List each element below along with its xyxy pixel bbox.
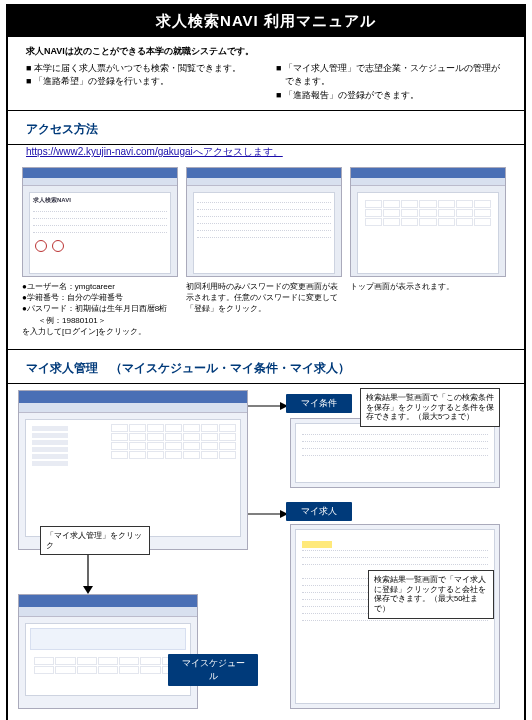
- intro-col-right: ■ 「マイ求人管理」で志望企業・スケジュールの管理ができます。 ■ 「進路報告」…: [276, 62, 506, 103]
- tag-myschedule: マイスケジュール: [168, 654, 258, 686]
- cert-badge-icon: [52, 240, 64, 252]
- cert-badge-icon: [35, 240, 47, 252]
- access-url-link[interactable]: https://www2.kyujin-navi.com/gakugaiへアクセ…: [26, 146, 283, 157]
- caption-password: 初回利用時のみパスワードの変更画面が表示されます。任意のパスワードに変更して「登…: [186, 281, 342, 337]
- screenshot-schedule: [18, 594, 198, 709]
- intro-lead: 求人NAVIは次のことができる本学の就職システムです。: [26, 45, 506, 59]
- caption-login: ●ユーザー名：ymgtcareer ●学籍番号：自分の学籍番号 ●パスワード：初…: [22, 281, 178, 337]
- screenshot-password-change: [186, 167, 342, 277]
- note-save-conditions: 検索結果一覧画面で「この検索条件を保存」をクリックすると条件を保存できます。（最…: [360, 388, 500, 427]
- note-save-company: 検索結果一覧画面で「マイ求人に登録」クリックすると会社を保存できます。（最大50…: [368, 570, 494, 619]
- access-url-line: https://www2.kyujin-navi.com/gakugaiへアクセ…: [8, 145, 524, 167]
- intro-bullet: ■ 「マイ求人管理」で志望企業・スケジュールの管理ができます。: [276, 62, 506, 89]
- manual-page: 求人検索NAVI 利用マニュアル 求人NAVIは次のことができる本学の就職システ…: [6, 4, 526, 720]
- screenshot-myjoken: [290, 418, 500, 488]
- intro-col-left: ■ 本学に届く求人票がいつでも検索・閲覧できます。 ■ 「進路希望」の登録を行い…: [26, 62, 256, 103]
- caption-top: トップ画面が表示されます。: [350, 281, 506, 337]
- intro-bullet: ■ 「進路希望」の登録を行います。: [26, 75, 256, 89]
- intro-bullet: ■ 本学に届く求人票がいつでも検索・閲覧できます。: [26, 62, 256, 76]
- intro-block: 求人NAVIは次のことができる本学の就職システムです。 ■ 本学に届く求人票がい…: [8, 37, 524, 110]
- page-title: 求人検索NAVI 利用マニュアル: [8, 6, 524, 37]
- section-heading-access: アクセス方法: [8, 111, 524, 144]
- tag-myjoken: マイ条件: [286, 394, 352, 413]
- access-captions-row: ●ユーザー名：ymgtcareer ●学籍番号：自分の学籍番号 ●パスワード：初…: [8, 277, 524, 349]
- access-screenshots-row: 求人検索NAVI: [8, 167, 524, 277]
- manage-diagram: 「マイ求人管理」をクリック マイスケジュール マイ条件 検索結果一覧画面で「この…: [8, 384, 524, 720]
- tag-mykyujin: マイ求人: [286, 502, 352, 521]
- callout-main: 「マイ求人管理」をクリック: [40, 526, 150, 556]
- arrow-main-to-myjoken: [248, 400, 290, 412]
- arrow-main-to-mykyujin: [248, 508, 290, 520]
- screenshot-top: [350, 167, 506, 277]
- section-heading-manage: マイ求人管理 （マイスケジュール・マイ条件・マイ求人）: [8, 350, 524, 383]
- intro-bullet: ■ 「進路報告」の登録ができます。: [276, 89, 506, 103]
- screenshot-app-label: 求人検索NAVI: [33, 197, 71, 203]
- screenshot-login: 求人検索NAVI: [22, 167, 178, 277]
